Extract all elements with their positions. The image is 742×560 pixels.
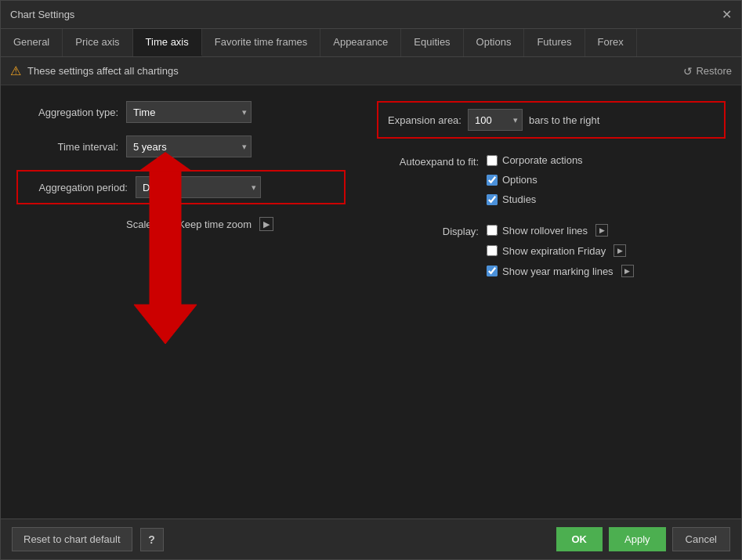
tab-time-axis[interactable]: Time axis — [133, 29, 202, 56]
aggregation-type-label: Aggregation type: — [16, 107, 118, 118]
autoexpand-label: Autoexpand to fit: — [377, 154, 479, 168]
content-area: Aggregation type: Time Time interval: 5 … — [1, 85, 741, 518]
tab-forex[interactable]: Forex — [585, 29, 637, 56]
warning-bar: ⚠ These settings affect all chartings ↺ … — [1, 57, 741, 85]
footer-left: Reset to chart default ? — [12, 527, 164, 551]
chart-settings-window: Chart Settings ✕ General Price axis Time… — [0, 0, 742, 560]
tab-bar: General Price axis Time axis Favorite ti… — [1, 29, 741, 57]
expansion-area-box: Expansion area: 100 bars to the right — [377, 101, 726, 139]
show-expiration-ext-icon[interactable]: ▶ — [614, 244, 626, 257]
show-expiration-label: Show expiration Friday — [502, 245, 606, 257]
close-button[interactable]: ✕ — [722, 7, 732, 22]
warning-left: ⚠ These settings affect all chartings — [10, 63, 179, 78]
aggregation-type-select-wrapper: Time — [126, 101, 252, 123]
show-rollover-ext-icon[interactable]: ▶ — [595, 224, 608, 237]
display-label: Display: — [377, 224, 479, 237]
options-checkbox[interactable] — [487, 175, 498, 186]
scale-label: Scale: — [126, 219, 154, 230]
display-group: Show rollover lines ▶ Show expiration Fr… — [487, 224, 634, 277]
show-year-label: Show year marking lines — [502, 266, 614, 277]
show-year-ext-icon[interactable]: ▶ — [621, 265, 634, 277]
right-panel: Expansion area: 100 bars to the right Au… — [377, 101, 726, 503]
tab-equities[interactable]: Equities — [401, 29, 463, 56]
cancel-button[interactable]: Cancel — [672, 527, 730, 551]
show-year-checkbox[interactable] — [487, 266, 498, 276]
time-interval-label: Time interval: — [16, 141, 118, 153]
studies-label: Studies — [502, 193, 536, 205]
tab-general[interactable]: General — [1, 29, 63, 56]
keep-timezoom-info-icon[interactable]: ▶ — [259, 217, 273, 231]
show-rollover-item: Show rollover lines ▶ — [487, 224, 634, 237]
aggregation-type-select[interactable]: Time — [126, 101, 252, 123]
expansion-area-select[interactable]: 100 — [468, 109, 523, 131]
show-rollover-checkbox[interactable] — [487, 225, 498, 236]
footer: Reset to chart default ? OK Apply Cancel — [1, 518, 741, 559]
tab-appearance[interactable]: Appearance — [320, 29, 401, 56]
show-rollover-label: Show rollover lines — [502, 225, 588, 237]
warning-icon: ⚠ — [10, 63, 21, 78]
footer-right: OK Apply Cancel — [556, 527, 731, 551]
tab-favorite-time-frames[interactable]: Favorite time frames — [202, 29, 320, 56]
show-year-item: Show year marking lines ▶ — [487, 265, 634, 277]
corporate-actions-label: Corporate actions — [502, 154, 583, 166]
autoexpand-group: Corporate actions Options Studies — [487, 154, 583, 205]
time-interval-row: Time interval: 5 years — [16, 135, 346, 157]
tab-options[interactable]: Options — [464, 29, 525, 56]
warning-text: These settings affect all chartings — [27, 65, 179, 77]
display-row: Display: Show rollover lines ▶ Show expi… — [377, 224, 726, 277]
aggregation-period-label: Aggregation period: — [26, 182, 128, 193]
reset-button[interactable]: Reset to chart default — [12, 527, 132, 551]
ok-button[interactable]: OK — [556, 527, 603, 551]
studies-checkbox[interactable] — [487, 194, 498, 205]
scale-row: Scale: Keep time zoom ▶ — [126, 217, 346, 231]
window-title: Chart Settings — [10, 9, 74, 20]
help-button[interactable]: ? — [140, 528, 164, 551]
expansion-area-label: Expansion area: — [388, 114, 461, 126]
keep-timezoom-text: Keep time zoom — [178, 219, 252, 230]
aggregation-type-row: Aggregation type: Time — [16, 101, 346, 123]
restore-button[interactable]: ↺ Restore — [683, 65, 732, 78]
left-panel: Aggregation type: Time Time interval: 5 … — [16, 101, 346, 503]
aggregation-period-select-wrapper: Day — [136, 176, 261, 198]
expansion-value-wrapper: 100 — [468, 109, 523, 131]
autoexpand-row: Autoexpand to fit: Corporate actions Opt… — [377, 154, 726, 205]
show-expiration-checkbox[interactable] — [487, 245, 498, 256]
show-expiration-item: Show expiration Friday ▶ — [487, 244, 634, 257]
time-interval-select[interactable]: 5 years — [126, 135, 252, 157]
options-item: Options — [487, 174, 583, 186]
expansion-area-unit: bars to the right — [529, 114, 599, 126]
restore-label: Restore — [696, 65, 732, 77]
studies-item: Studies — [487, 193, 583, 205]
options-label: Options — [502, 174, 537, 186]
apply-button[interactable]: Apply — [609, 527, 666, 551]
tab-price-axis[interactable]: Price axis — [63, 29, 132, 56]
title-bar: Chart Settings ✕ — [1, 1, 741, 29]
tab-futures[interactable]: Futures — [524, 29, 585, 56]
corporate-actions-item: Corporate actions — [487, 154, 583, 166]
aggregation-period-row: Aggregation period: Day — [16, 170, 346, 204]
keep-timezoom-label[interactable]: Keep time zoom — [162, 219, 252, 230]
corporate-actions-checkbox[interactable] — [487, 155, 498, 166]
time-interval-select-wrapper: 5 years — [126, 135, 252, 157]
aggregation-period-select[interactable]: Day — [136, 176, 261, 198]
restore-icon: ↺ — [683, 65, 693, 78]
keep-timezoom-checkbox[interactable] — [162, 219, 173, 229]
